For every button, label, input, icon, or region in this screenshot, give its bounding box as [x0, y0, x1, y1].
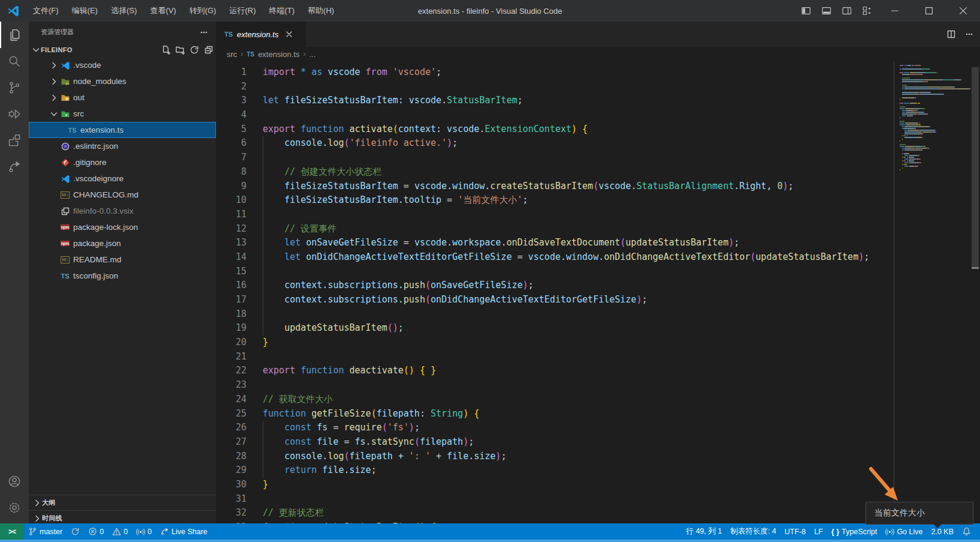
- section-header-fileinfo[interactable]: FILEINFO: [29, 43, 216, 57]
- tree-item-package.json[interactable]: npmpackage.json: [29, 235, 216, 251]
- collapse-folders-icon[interactable]: [202, 43, 216, 56]
- sidebar-more-actions-icon[interactable]: [199, 28, 209, 37]
- tree-item-out[interactable]: out: [29, 89, 216, 106]
- status-master[interactable]: master: [24, 523, 67, 540]
- menu-g[interactable]: 转到(G): [183, 0, 223, 22]
- status-0[interactable]: 0: [108, 523, 132, 540]
- minimap[interactable]: [894, 61, 970, 526]
- activity-run-debug-icon[interactable]: [0, 101, 29, 127]
- vertical-scrollbar[interactable]: [970, 61, 980, 526]
- code-line-4[interactable]: 4: [216, 108, 894, 122]
- code-line-19[interactable]: 19 updateStatusBarItem();: [216, 321, 894, 336]
- code-line-1[interactable]: 1import * as vscode from 'vscode';: [216, 65, 894, 80]
- code-line-7[interactable]: 7: [216, 151, 894, 165]
- code-line-14[interactable]: 14 let onDidChangeActiveTextEditorGetFil…: [216, 250, 894, 265]
- code-line-2[interactable]: 2: [216, 80, 894, 94]
- split-editor-icon[interactable]: [946, 29, 956, 39]
- toggle-secondary-sidebar-icon[interactable]: [837, 0, 857, 22]
- tree-item-package-lock.json[interactable]: npmpackage-lock.json: [29, 219, 216, 235]
- status-0[interactable]: 0: [132, 523, 156, 540]
- status-live-share[interactable]: Live Share: [156, 523, 212, 540]
- close-window-button[interactable]: [946, 0, 980, 22]
- code-line-10[interactable]: 10 fileSizeStatusBarItem.tooltip = '当前文件…: [216, 193, 894, 208]
- code-line-15[interactable]: 15: [216, 265, 894, 279]
- code-line-29[interactable]: 29 return file.size;: [216, 463, 894, 478]
- status-lf[interactable]: LF: [810, 523, 828, 540]
- activity-account-icon[interactable]: [0, 468, 29, 495]
- tree-item-CHANGELOG.md[interactable]: M↓CHANGELOG.md: [29, 187, 216, 203]
- activity-explorer-icon[interactable]: [0, 22, 29, 48]
- code-line-6[interactable]: 6 console.log('fileinfo active.');: [216, 136, 894, 151]
- panel-header-0[interactable]: 大纲: [29, 495, 216, 510]
- tab-extension-ts[interactable]: TS extension.ts: [216, 22, 306, 47]
- activity-settings-icon[interactable]: [0, 495, 29, 521]
- editor-more-actions-icon[interactable]: [964, 29, 974, 39]
- maximize-button[interactable]: [912, 0, 946, 22]
- customize-layout-icon[interactable]: [857, 0, 877, 22]
- breadcrumb-item-0[interactable]: src: [227, 50, 237, 59]
- code-line-5[interactable]: 5export function activate(context: vscod…: [216, 122, 894, 137]
- activity-extensions-icon[interactable]: [0, 127, 29, 154]
- tree-item-.gitignore[interactable]: .gitignore: [29, 154, 216, 170]
- code-line-30[interactable]: 30}: [216, 478, 894, 492]
- status-typescript[interactable]: { } TypeScript: [827, 523, 881, 540]
- code-line-3[interactable]: 3let fileSizeStatusBarItem: vscode.Statu…: [216, 94, 894, 108]
- code-line-25[interactable]: 25function getFileSize(filepath: String)…: [216, 407, 894, 421]
- code-line-16[interactable]: 16 context.subscriptions.push(onSaveGetF…: [216, 279, 894, 293]
- code-line-8[interactable]: 8 // 创建文件大小状态栏: [216, 165, 894, 179]
- code-line-21[interactable]: 21: [216, 350, 894, 364]
- code-line-31[interactable]: 31: [216, 492, 894, 507]
- status-utf-8[interactable]: UTF-8: [780, 523, 810, 540]
- tree-item-tsconfig.json[interactable]: TStsconfig.json: [29, 268, 216, 284]
- breadcrumb-item-1[interactable]: extension.ts: [258, 50, 299, 59]
- breadcrumb-item-2[interactable]: ...: [309, 50, 316, 59]
- status-0[interactable]: 0: [84, 523, 108, 540]
- status-2-0-kb[interactable]: 2.0 KB: [927, 523, 958, 540]
- status-go-live[interactable]: Go Live: [881, 523, 927, 540]
- tree-item-nodemodules[interactable]: jsnode_modules: [29, 73, 216, 89]
- code-line-28[interactable]: 28 console.log(filepath + ': ' + file.si…: [216, 450, 894, 464]
- code-line-24[interactable]: 24// 获取文件大小: [216, 393, 894, 407]
- remote-indicator[interactable]: ><: [0, 523, 24, 540]
- toggle-panel-icon[interactable]: [816, 0, 837, 22]
- tree-item-.vscode[interactable]: .vscode: [29, 57, 216, 73]
- tree-item-extension.ts[interactable]: TSextension.ts: [29, 122, 216, 138]
- status-sync[interactable]: [67, 523, 84, 540]
- code-line-18[interactable]: 18: [216, 307, 894, 322]
- tree-item-README.md[interactable]: M↓README.md: [29, 251, 216, 268]
- tree-item-.eslintrc.json[interactable]: .eslintrc.json: [29, 138, 216, 154]
- code-area[interactable]: 1import * as vscode from 'vscode';23let …: [216, 61, 980, 526]
- code-line-20[interactable]: 20}: [216, 336, 894, 350]
- code-line-23[interactable]: 23: [216, 378, 894, 393]
- close-tab-icon[interactable]: [283, 28, 295, 40]
- code-line-27[interactable]: 27 const file = fs.statSync(filepath);: [216, 435, 894, 450]
- code-line-11[interactable]: 11: [216, 208, 894, 222]
- new-folder-icon[interactable]: [173, 43, 187, 56]
- minimize-button[interactable]: [877, 0, 912, 22]
- tree-item-fileinfo-0.0.3.vsix[interactable]: fileinfo-0.0.3.vsix: [29, 203, 216, 219]
- status-制表符长度--4[interactable]: 制表符长度: 4: [726, 523, 780, 540]
- menu-e[interactable]: 编辑(E): [65, 0, 104, 22]
- code-line-22[interactable]: 22export function deactivate() { }: [216, 364, 894, 378]
- code-line-9[interactable]: 9 fileSizeStatusBarItem = vscode.window.…: [216, 179, 894, 194]
- code-line-32[interactable]: 32// 更新状态栏: [216, 506, 894, 520]
- breadcrumb[interactable]: src›TSextension.ts›...: [216, 47, 980, 61]
- status-行-49--列-1[interactable]: 行 49, 列 1: [682, 523, 726, 540]
- menu-r[interactable]: 运行(R): [223, 0, 262, 22]
- code-line-26[interactable]: 26 const fs = require('fs');: [216, 421, 894, 435]
- tree-item-src[interactable]: src: [29, 106, 216, 122]
- code-line-17[interactable]: 17 context.subscriptions.push(onDidChang…: [216, 293, 894, 307]
- code-line-12[interactable]: 12 // 设置事件: [216, 222, 894, 236]
- menu-v[interactable]: 查看(V): [143, 0, 182, 22]
- menu-h[interactable]: 帮助(H): [301, 0, 341, 22]
- toggle-sidebar-icon[interactable]: [796, 0, 816, 22]
- status-bell[interactable]: [958, 523, 975, 540]
- activity-source-control-icon[interactable]: [0, 74, 29, 101]
- new-file-icon[interactable]: [158, 43, 173, 56]
- refresh-explorer-icon[interactable]: [187, 43, 202, 56]
- menu-s[interactable]: 选择(S): [104, 0, 143, 22]
- activity-live-share-icon[interactable]: [0, 154, 29, 180]
- menu-f[interactable]: 文件(F): [26, 0, 65, 22]
- code-line-13[interactable]: 13 let onSaveGetFileSize = vscode.worksp…: [216, 236, 894, 250]
- menu-t[interactable]: 终端(T): [262, 0, 301, 22]
